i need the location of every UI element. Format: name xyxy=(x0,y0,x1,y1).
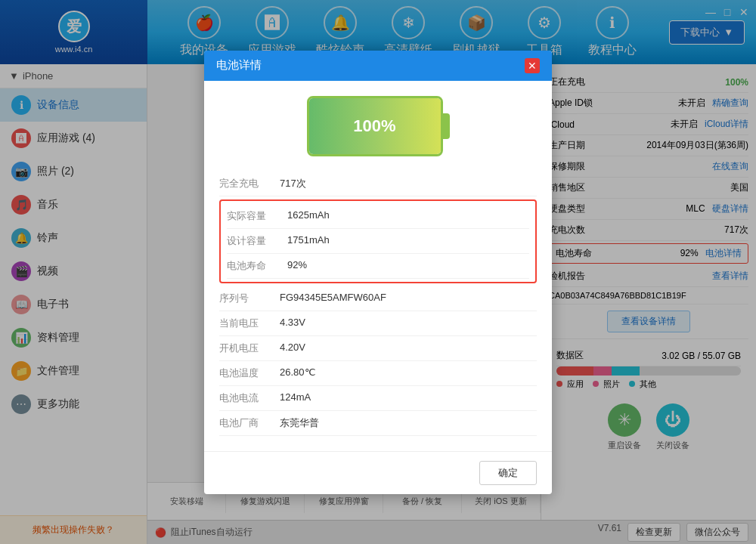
voltage-row: 当前电压 4.33V xyxy=(219,311,537,336)
current-label: 电池电流 xyxy=(219,391,280,405)
temperature-label: 电池温度 xyxy=(219,366,280,380)
battery-life-modal-label: 电池寿命 xyxy=(227,259,287,273)
battery-life-modal-value: 92% xyxy=(287,259,307,273)
battery-outer: 100% xyxy=(307,96,443,156)
confirm-button[interactable]: 确定 xyxy=(479,461,537,485)
design-capacity-label: 设计容量 xyxy=(227,234,287,248)
battery-terminal xyxy=(442,113,450,139)
start-voltage-row: 开机电压 4.20V xyxy=(219,336,537,361)
modal-body: 100% 完全充电 717次 实际容量 1625mAh xyxy=(204,81,552,451)
modal-header: 电池详情 ✕ xyxy=(204,51,552,81)
start-voltage-value: 4.20V xyxy=(280,342,305,355)
actual-capacity-value: 1625mAh xyxy=(287,209,330,223)
voltage-value: 4.33V xyxy=(280,317,305,330)
highlighted-battery-info: 实际容量 1625mAh 设计容量 1751mAh 电池寿命 92% xyxy=(219,199,537,283)
serial-value: FG94345E5AMFW60AF xyxy=(280,292,386,305)
modal-footer: 确定 xyxy=(204,451,552,494)
full-charge-row: 完全充电 717次 xyxy=(219,172,537,196)
modal-overlay: 电池详情 ✕ 100% 完全充电 717次 xyxy=(0,0,756,544)
start-voltage-label: 开机电压 xyxy=(219,342,280,355)
modal-info-table: 完全充电 717次 实际容量 1625mAh 设计容量 1751mAh 电池寿命 xyxy=(219,172,537,436)
voltage-label: 当前电压 xyxy=(219,317,280,330)
current-value: 124mA xyxy=(280,391,311,405)
battery-detail-modal: 电池详情 ✕ 100% 完全充电 717次 xyxy=(204,51,552,494)
battery-visual: 100% xyxy=(219,96,537,156)
temperature-row: 电池温度 26.80℃ xyxy=(219,361,537,386)
design-capacity-row: 设计容量 1751mAh xyxy=(227,229,529,254)
manufacturer-value: 东莞华普 xyxy=(280,416,319,430)
battery-fill-pct: 100% xyxy=(353,116,395,136)
modal-title: 电池详情 xyxy=(216,58,262,73)
manufacturer-label: 电池厂商 xyxy=(219,416,280,430)
current-row: 电池电流 124mA xyxy=(219,386,537,411)
battery-fill: 100% xyxy=(309,98,441,154)
full-charge-value: 717次 xyxy=(280,177,306,190)
full-charge-label: 完全充电 xyxy=(219,177,280,190)
actual-capacity-label: 实际容量 xyxy=(227,209,287,223)
temperature-value: 26.80℃ xyxy=(280,366,316,380)
manufacturer-row: 电池厂商 东莞华普 xyxy=(219,411,537,436)
battery-life-modal-row: 电池寿命 92% xyxy=(227,254,529,279)
serial-label: 序列号 xyxy=(219,292,280,305)
actual-capacity-row: 实际容量 1625mAh xyxy=(227,204,529,229)
design-capacity-value: 1751mAh xyxy=(287,234,330,248)
serial-row: 序列号 FG94345E5AMFW60AF xyxy=(219,286,537,311)
modal-close-button[interactable]: ✕ xyxy=(525,58,540,73)
